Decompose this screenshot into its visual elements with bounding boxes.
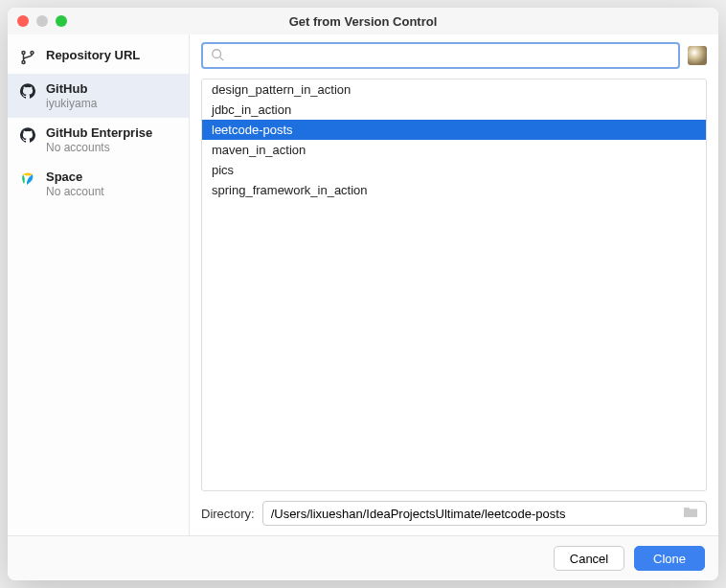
repo-item[interactable]: pics [202, 160, 706, 180]
sidebar-item-label: GitHub Enterprise [46, 125, 152, 140]
sidebar: Repository URL GitHub iyukiyama GitHub E… [8, 34, 190, 535]
svg-line-1 [220, 57, 224, 60]
account-avatar[interactable] [688, 46, 707, 65]
sidebar-item-label: GitHub [46, 81, 97, 96]
clone-button[interactable]: Clone [634, 546, 705, 571]
dialog-footer: Cancel Clone [8, 535, 718, 580]
main-panel: design_pattern_in_actionjdbc_in_actionle… [190, 34, 718, 535]
directory-field[interactable] [262, 501, 707, 526]
branch-icon [19, 49, 36, 66]
sidebar-item-sublabel: No accounts [46, 141, 152, 154]
search-box[interactable] [201, 42, 680, 69]
repo-item[interactable]: leetcode-posts [202, 120, 706, 140]
dialog-body: Repository URL GitHub iyukiyama GitHub E… [8, 34, 718, 535]
github-icon [19, 126, 36, 144]
sidebar-item-repository-url[interactable]: Repository URL [8, 40, 189, 74]
repo-item[interactable]: spring_framework_in_action [202, 180, 706, 200]
svg-point-0 [213, 49, 221, 57]
cancel-button[interactable]: Cancel [554, 546, 624, 571]
titlebar: Get from Version Control [8, 8, 718, 34]
directory-row: Directory: [201, 491, 707, 535]
dialog-title: Get from Version Control [8, 14, 718, 29]
repo-item[interactable]: design_pattern_in_action [202, 79, 706, 100]
sidebar-item-sublabel: iyukiyama [46, 97, 97, 110]
search-row [201, 42, 707, 69]
repo-item[interactable]: maven_in_action [202, 140, 706, 160]
sidebar-item-label: Space [46, 170, 104, 184]
repository-list[interactable]: design_pattern_in_actionjdbc_in_actionle… [201, 79, 707, 491]
directory-input[interactable] [271, 507, 683, 521]
sidebar-item-space[interactable]: Space No account [8, 162, 189, 206]
sidebar-item-sublabel: No account [46, 185, 104, 198]
search-input[interactable] [230, 49, 670, 63]
space-icon [19, 170, 36, 188]
folder-icon[interactable] [683, 506, 698, 522]
sidebar-item-label: Repository URL [46, 48, 140, 62]
github-icon [19, 82, 36, 100]
repo-item[interactable]: jdbc_in_action [202, 100, 706, 120]
search-icon [211, 48, 224, 64]
vcs-clone-dialog: Get from Version Control Repository URL … [8, 8, 718, 580]
sidebar-item-github[interactable]: GitHub iyukiyama [8, 74, 189, 118]
sidebar-item-github-enterprise[interactable]: GitHub Enterprise No accounts [8, 118, 189, 162]
directory-label: Directory: [201, 507, 255, 521]
